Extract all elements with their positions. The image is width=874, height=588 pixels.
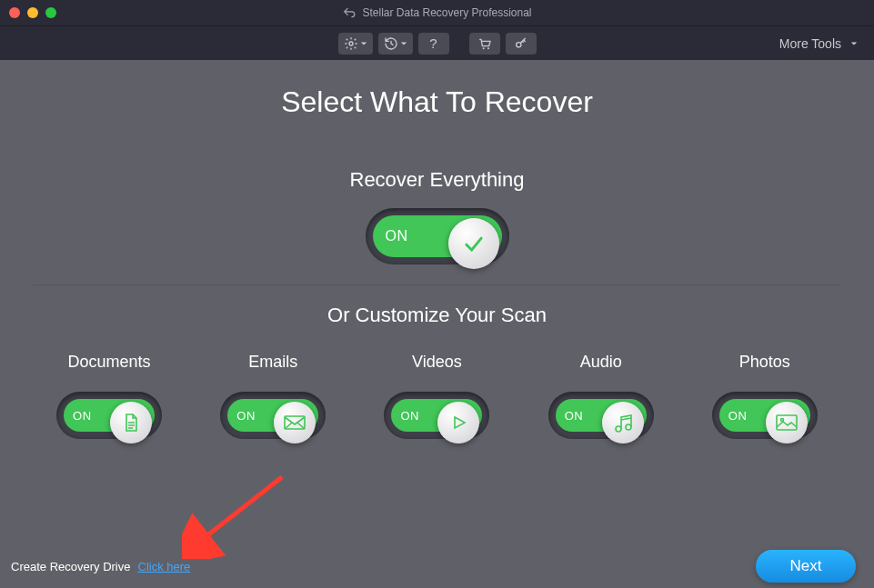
- page-title: Select What To Recover: [0, 85, 874, 119]
- videos-toggle[interactable]: ON: [384, 392, 489, 439]
- gear-icon: [344, 36, 358, 51]
- category-row: Documents ON Emails ON: [0, 353, 874, 439]
- history-icon: [384, 36, 398, 51]
- svg-point-0: [349, 42, 353, 45]
- svg-rect-7: [777, 415, 797, 430]
- category-label: Documents: [68, 353, 151, 372]
- category-photos: Photos ON: [712, 353, 818, 439]
- window-title: Stellar Data Recovery Professional: [362, 6, 531, 19]
- toolbar-center-group: ?: [338, 33, 537, 55]
- more-tools-label: More Tools: [779, 36, 841, 51]
- svg-line-9: [198, 477, 282, 543]
- video-icon: [447, 412, 469, 434]
- window-controls: [9, 7, 56, 18]
- caret-down-icon: [850, 40, 858, 47]
- recover-everything-heading: Recover Everything: [0, 168, 874, 192]
- back-arrow-icon: [342, 6, 355, 19]
- maximize-button[interactable]: [45, 7, 56, 18]
- svg-point-6: [626, 424, 631, 430]
- document-icon: [120, 412, 142, 434]
- toggle-knob: [110, 402, 152, 443]
- close-button[interactable]: [9, 7, 20, 18]
- toggle-state-label: ON: [386, 228, 408, 244]
- cart-icon: [477, 36, 493, 51]
- email-icon: [283, 414, 306, 432]
- check-icon: [461, 231, 487, 256]
- more-tools-dropdown[interactable]: More Tools: [779, 36, 858, 51]
- category-label: Photos: [739, 353, 790, 372]
- recover-everything-toggle[interactable]: ON: [366, 208, 509, 264]
- key-icon: [513, 36, 529, 51]
- photo-icon: [775, 413, 799, 433]
- question-icon: ?: [429, 35, 437, 51]
- svg-point-3: [516, 42, 520, 46]
- photos-toggle[interactable]: ON: [712, 392, 818, 439]
- titlebar: Stellar Data Recovery Professional: [0, 0, 874, 25]
- category-emails: Emails ON: [220, 353, 326, 439]
- create-recovery-label: Create Recovery Drive: [11, 560, 131, 573]
- toggle-state-label: ON: [565, 409, 584, 423]
- click-here-link[interactable]: Click here: [138, 560, 191, 573]
- main-content: Select What To Recover Recover Everythin…: [0, 60, 874, 439]
- svg-point-5: [616, 426, 621, 432]
- emails-toggle[interactable]: ON: [220, 392, 326, 439]
- category-label: Videos: [412, 353, 462, 372]
- footer-left: Create Recovery Drive Click here: [11, 560, 190, 573]
- minimize-button[interactable]: [27, 7, 38, 18]
- documents-toggle[interactable]: ON: [56, 392, 162, 439]
- toggle-state-label: ON: [236, 409, 256, 423]
- category-videos: Videos ON: [384, 353, 489, 439]
- divider: [33, 284, 841, 285]
- toolbar: ? More Tools: [0, 25, 874, 60]
- toggle-knob: [274, 402, 316, 443]
- toggle-knob: [448, 218, 499, 269]
- toggle-knob: [766, 402, 808, 443]
- audio-icon: [611, 411, 635, 434]
- category-documents: Documents ON: [56, 353, 162, 439]
- toggle-knob: [602, 402, 644, 443]
- caret-down-icon: [360, 40, 367, 47]
- footer: Create Recovery Drive Click here Next: [0, 544, 874, 588]
- toggle-state-label: ON: [73, 409, 92, 423]
- help-button[interactable]: ?: [418, 33, 449, 55]
- activate-button[interactable]: [506, 33, 537, 55]
- category-audio: Audio ON: [548, 353, 654, 439]
- toggle-state-label: ON: [728, 409, 748, 423]
- audio-toggle[interactable]: ON: [548, 392, 654, 439]
- toggle-knob: [437, 402, 479, 443]
- window-title-wrap: Stellar Data Recovery Professional: [342, 6, 531, 19]
- caret-down-icon: [400, 40, 407, 47]
- history-button[interactable]: [378, 33, 413, 55]
- next-button[interactable]: Next: [756, 550, 856, 583]
- svg-point-1: [482, 47, 484, 49]
- cart-button[interactable]: [469, 33, 500, 55]
- settings-button[interactable]: [338, 33, 373, 55]
- category-label: Audio: [580, 353, 622, 372]
- toggle-state-label: ON: [400, 409, 419, 423]
- svg-point-2: [487, 47, 489, 49]
- customize-heading: Or Customize Your Scan: [0, 304, 874, 327]
- category-label: Emails: [248, 353, 297, 372]
